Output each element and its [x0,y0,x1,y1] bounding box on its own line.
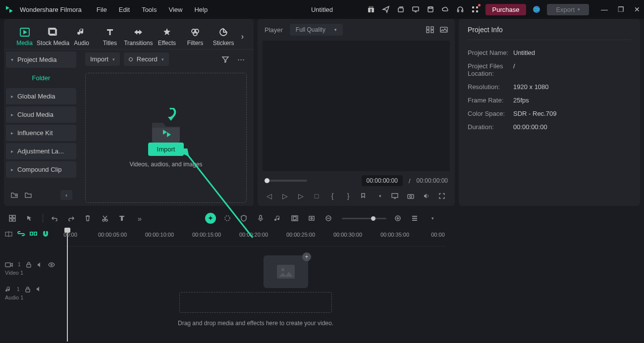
cut-icon[interactable] [102,215,110,222]
delete-icon[interactable] [85,215,94,222]
mute-icon[interactable] [36,286,42,292]
menu-file[interactable]: File [97,6,107,13]
timeline-drop-zone[interactable] [179,292,332,313]
queue-icon[interactable] [396,5,405,14]
prev-frame-icon[interactable]: ◁ [265,192,273,200]
crop-icon[interactable] [291,215,300,221]
zoom-out-icon[interactable] [325,215,334,222]
magnet-icon[interactable] [42,231,49,238]
color-icon[interactable] [224,215,233,222]
chevron-down-icon[interactable]: ▾ [376,194,384,198]
collapse-tree-button[interactable]: ‹ [60,190,72,200]
tree-folder[interactable]: Folder [6,70,76,86]
redo-icon[interactable] [68,215,77,221]
play-icon[interactable]: ▷ [296,192,305,200]
keyframe-icon[interactable] [308,215,317,221]
mic-icon[interactable] [258,215,267,222]
timeline-hint: Drag and drop media and effects here to … [65,320,446,327]
snapshot-icon[interactable] [440,26,448,33]
lock-icon[interactable] [25,286,31,293]
fullscreen-icon[interactable] [439,193,448,199]
new-bin-icon[interactable] [24,191,33,199]
tree-global-media[interactable]: ▸Global Media [6,88,76,104]
grid-view-icon[interactable] [426,26,434,33]
close-button[interactable]: ✕ [634,5,640,13]
menu-edit[interactable]: Edit [119,6,130,13]
menu-help[interactable]: Help [194,6,208,13]
playhead[interactable] [67,228,68,342]
volume-icon[interactable] [423,193,432,199]
record-dropdown[interactable]: Record▾ [124,52,169,66]
mark-out-icon[interactable]: } [344,192,353,200]
more-icon[interactable]: ⋯ [235,53,247,66]
zoom-in-icon[interactable] [394,215,403,222]
stop-icon[interactable]: □ [312,192,321,200]
media-placeholder[interactable]: + [264,255,308,288]
camera-icon[interactable] [407,193,416,199]
quality-select[interactable]: Full Quality▾ [290,24,343,36]
tab-titles[interactable]: Titles [96,27,123,47]
globe-icon[interactable] [532,5,541,14]
mark-in-icon[interactable]: { [328,192,337,200]
layout-icon[interactable] [9,215,18,222]
link-icon[interactable] [17,231,25,238]
send-icon[interactable] [381,5,390,14]
track-height-icon[interactable] [411,215,420,221]
svg-rect-47 [30,232,33,235]
tab-effects[interactable]: Effects [153,27,180,47]
cloud-icon[interactable] [441,5,450,14]
menu-tools[interactable]: Tools [142,6,157,13]
tree-adjustment-layer[interactable]: ▸Adjustment La... [6,143,76,159]
ai-icon[interactable]: ✦ [205,213,216,224]
playback-slider[interactable] [265,180,307,182]
audio-track-icon[interactable] [5,286,12,293]
add-media-icon[interactable]: + [302,252,311,261]
snap-main-icon[interactable] [5,231,12,238]
purchase-button[interactable]: Purchase [485,4,527,15]
display-icon[interactable] [391,193,400,199]
export-button[interactable]: Export▾ [547,4,589,15]
text-icon[interactable] [118,215,127,222]
marker-icon[interactable] [360,193,369,199]
tabs-more-icon[interactable]: › [238,32,247,41]
maximize-button[interactable]: ❐ [618,5,624,13]
undo-icon[interactable] [51,215,60,221]
tab-media[interactable]: Media [11,27,38,47]
apps-icon[interactable] [471,5,480,14]
filter-icon[interactable] [219,54,231,65]
headphones-icon[interactable] [456,5,465,14]
chevron-down-icon[interactable]: ▾ [428,216,437,221]
screen-icon[interactable] [411,5,420,14]
import-dropdown[interactable]: Import▾ [85,52,120,66]
time-total: 00:00:00:00 [417,177,448,184]
tab-audio[interactable]: Audio [68,27,95,47]
video-track-icon[interactable] [5,262,13,268]
ripple-icon[interactable] [30,231,37,238]
music-beat-icon[interactable] [274,215,283,222]
new-folder-icon[interactable] [10,191,19,199]
lock-icon[interactable] [26,261,32,268]
tree-project-media[interactable]: ▾Project Media [6,51,76,68]
eye-icon[interactable] [48,262,55,267]
gift-icon[interactable] [367,5,376,14]
zoom-slider[interactable] [342,218,386,219]
mute-icon[interactable] [37,262,43,268]
tab-filters[interactable]: Filters [181,27,209,47]
import-drop-zone[interactable]: Import Videos, audios, and images [85,73,247,203]
tree-cloud-media[interactable]: ▸Cloud Media [6,106,76,123]
tree-compound-clip[interactable]: ▸Compound Clip [6,161,76,178]
pointer-icon[interactable] [26,215,35,222]
shield-icon[interactable] [241,215,250,222]
more-tools-icon[interactable]: » [135,214,144,223]
save-icon[interactable] [426,5,435,14]
media-icon [19,27,31,38]
tab-stickers[interactable]: Stickers [210,27,237,47]
minimize-button[interactable]: ― [601,5,608,13]
tab-transitions[interactable]: Transitions [124,27,152,47]
import-button[interactable]: Import [148,143,184,156]
next-frame-icon[interactable]: ▷ [280,192,289,200]
timeline-ruler[interactable]: 00:00 00:00:05:00 00:00:10:00 00:00:15:0… [65,228,446,246]
tab-stock-media[interactable]: Stock Media [39,27,67,47]
tree-influence-kit[interactable]: ▸Influence Kit [6,125,76,141]
menu-view[interactable]: View [168,6,182,13]
